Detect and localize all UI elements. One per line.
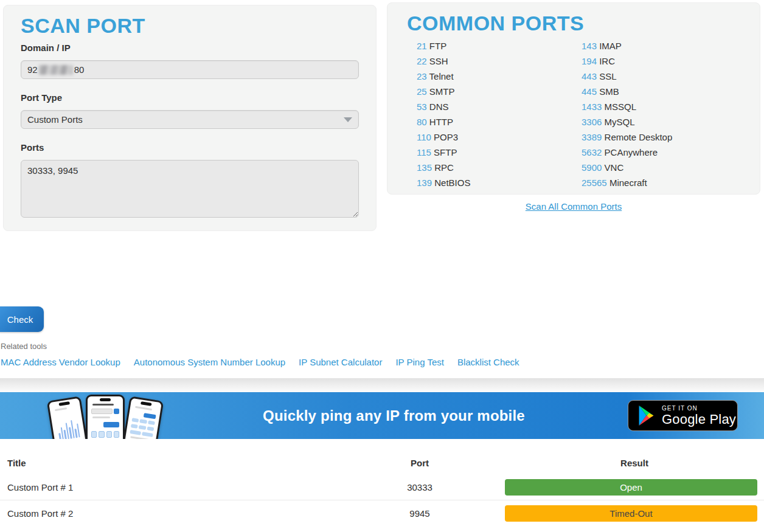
ports-textarea[interactable]: 30333, 9945: [21, 160, 359, 218]
port-service-name: FTP: [429, 41, 446, 51]
common-port-item: 3306 MySQL: [582, 114, 746, 130]
common-ports-column-1: 21 FTP 22 SSH 23 Telnet 25: [417, 38, 582, 190]
port-number-link[interactable]: 5632: [582, 147, 602, 157]
phone-mockup-right: [120, 396, 164, 439]
header-title: Title: [0, 458, 335, 468]
common-port-item: 5900 VNC: [582, 160, 746, 175]
row-port: 30333: [335, 482, 505, 492]
port-number-link[interactable]: 115: [417, 147, 431, 157]
port-number-link[interactable]: 135: [417, 162, 432, 173]
table-row: Custom Port # 2 9945 Timed-Out: [0, 500, 764, 526]
port-scan-page: SCAN PORT Domain / IP 9280 Port Type Cus…: [0, 0, 764, 532]
port-service-name: VNC: [605, 162, 624, 173]
port-number-link[interactable]: 143: [582, 41, 597, 51]
badge-google-play-text: Google Play: [662, 412, 736, 427]
phone-notch: [100, 398, 111, 401]
common-port-item: 5632 PCAnywhere: [582, 145, 746, 160]
port-number-link[interactable]: 22: [417, 56, 427, 66]
related-tool-link[interactable]: Blacklist Check: [457, 357, 519, 367]
port-service-name: IMAP: [599, 41, 622, 51]
results-table-header: Title Port Result: [0, 451, 764, 474]
port-number-link[interactable]: 443: [582, 71, 597, 81]
port-service-name: SSL: [599, 71, 616, 81]
common-port-item: 139 NetBIOS: [417, 175, 582, 190]
common-port-item: 1433 MSSQL: [582, 99, 746, 114]
domain-ip-value-start: 92: [27, 64, 38, 75]
phone-notch: [141, 401, 152, 406]
common-port-item: 443 SSL: [582, 69, 746, 84]
phone-mockup-left: [47, 396, 91, 439]
row-title: Custom Port # 2: [0, 508, 335, 519]
mini-button: [103, 422, 119, 427]
related-tool-link[interactable]: Autonomous System Number Lookup: [134, 357, 285, 367]
port-service-name: IRC: [599, 56, 615, 66]
common-port-item: 21 FTP: [417, 38, 582, 54]
scan-results-table: Title Port Result Custom Port # 1 30333 …: [0, 451, 764, 526]
port-service-name: SMTP: [429, 86, 455, 97]
port-number-link[interactable]: 53: [417, 102, 427, 112]
chevron-down-icon: [344, 117, 352, 122]
common-port-item: 445 SMB: [582, 84, 746, 99]
common-ports-card: COMMON PORTS 21 FTP 22 SSH 23: [387, 2, 760, 195]
related-tool-link[interactable]: IP Ping Test: [395, 357, 444, 367]
row-title: Custom Port # 1: [0, 482, 335, 492]
check-button[interactable]: Check: [0, 306, 44, 332]
scan-all-common-ports-link[interactable]: Scan All Common Ports: [387, 201, 760, 212]
port-number-link[interactable]: 21: [417, 41, 427, 51]
port-service-name: SSH: [429, 56, 448, 66]
common-port-item: 23 Telnet: [417, 69, 582, 84]
port-number-link[interactable]: 5900: [582, 162, 602, 173]
ports-label: Ports: [21, 142, 359, 153]
domain-ip-label: Domain / IP: [21, 43, 359, 53]
port-service-name: RPC: [434, 162, 454, 173]
results-table-body: Custom Port # 1 30333 Open Custom Port #…: [0, 474, 764, 526]
port-service-name: SFTP: [434, 147, 457, 157]
common-port-item: 53 DNS: [417, 99, 582, 114]
port-type-selected-value: Custom Ports: [27, 114, 83, 125]
common-port-item: 110 POP3: [417, 130, 582, 145]
section-divider: [0, 378, 764, 392]
port-number-link[interactable]: 25565: [582, 178, 607, 188]
common-port-item: 3389 Remote Desktop: [582, 130, 746, 145]
domain-ip-value-end: 80: [74, 64, 85, 75]
common-port-item: 25 SMTP: [417, 84, 582, 99]
port-number-link[interactable]: 3389: [582, 132, 602, 142]
table-row: Custom Port # 1 30333 Open: [0, 474, 764, 500]
common-ports-title: COMMON PORTS: [407, 12, 740, 35]
port-number-link[interactable]: 3306: [582, 117, 602, 127]
phones-illustration: [52, 392, 160, 439]
port-type-select[interactable]: Custom Ports: [21, 110, 359, 129]
related-tool-link[interactable]: MAC Address Vendor Lookup: [1, 357, 120, 367]
port-number-link[interactable]: 80: [417, 117, 427, 127]
header-result: Result: [505, 458, 764, 468]
port-service-name: NetBIOS: [434, 178, 470, 188]
mobile-app-banner: Quickly ping any IP from your mobile GET…: [0, 392, 764, 439]
common-ports-list: 21 FTP 22 SSH 23 Telnet 25: [407, 38, 740, 190]
port-number-link[interactable]: 445: [582, 86, 597, 97]
mini-icons: [91, 431, 119, 438]
port-number-link[interactable]: 25: [417, 86, 427, 97]
port-number-link[interactable]: 139: [417, 178, 432, 188]
related-tool-link[interactable]: IP Subnet Calculator: [299, 357, 382, 367]
domain-ip-field[interactable]: 9280: [21, 60, 359, 79]
scan-port-title: SCAN PORT: [21, 14, 359, 37]
port-service-name: Telnet: [429, 71, 454, 81]
port-number-link[interactable]: 23: [417, 71, 427, 81]
port-number-link[interactable]: 110: [417, 132, 431, 142]
port-service-name: POP3: [434, 132, 458, 142]
port-service-name: SMB: [599, 86, 619, 97]
google-play-badge[interactable]: GET IT ON Google Play: [628, 400, 738, 431]
row-port: 9945: [335, 508, 505, 519]
port-service-name: PCAnywhere: [605, 147, 658, 157]
common-ports-column-2: 143 IMAP 194 IRC 443 SSL 445: [582, 38, 746, 190]
port-service-name: MySQL: [605, 117, 635, 127]
port-service-name: MSSQL: [605, 102, 637, 112]
common-port-item: 115 SFTP: [417, 145, 582, 160]
port-number-link[interactable]: 1433: [582, 102, 602, 112]
phone-notch: [58, 401, 70, 406]
blurred-ip-segment: [39, 65, 73, 75]
related-tools-nav: MAC Address Vendor Lookup Autonomous Sys…: [1, 357, 519, 367]
related-tools-label: Related tools: [1, 342, 47, 351]
banner-heading: Quickly ping any IP from your mobile: [160, 407, 628, 424]
port-number-link[interactable]: 194: [582, 56, 597, 66]
